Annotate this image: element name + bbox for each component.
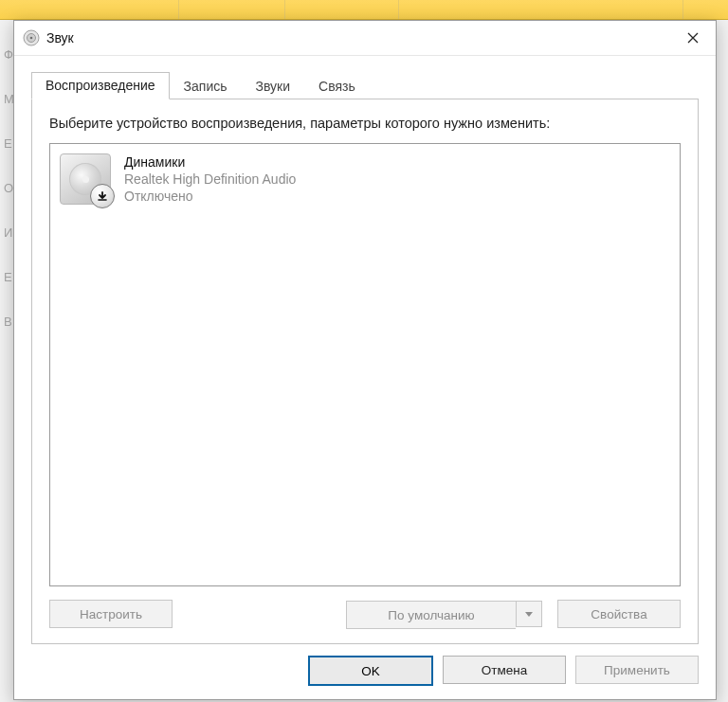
window-title: Звук [46, 30, 74, 45]
tab-sounds[interactable]: Звуки [242, 73, 305, 99]
device-text: Динамики Realtek High Definition Audio О… [124, 153, 296, 206]
device-item[interactable]: Динамики Realtek High Definition Audio О… [60, 150, 670, 211]
instruction-text: Выберите устройство воспроизведения, пар… [49, 115, 681, 134]
ok-button[interactable]: OK [308, 656, 433, 686]
sound-icon [22, 28, 41, 47]
tab-label: Связь [318, 79, 355, 94]
device-driver: Realtek High Definition Audio [124, 171, 296, 188]
set-default-button[interactable]: По умолчанию [346, 601, 516, 629]
tab-label: Запись [184, 79, 228, 94]
tab-label: Воспроизведение [46, 78, 155, 93]
tab-strip: Воспроизведение Запись Звуки Связь [31, 71, 699, 99]
close-button[interactable] [672, 24, 714, 52]
svg-point-2 [30, 37, 33, 40]
configure-button[interactable]: Настроить [49, 600, 173, 628]
tab-panel-playback: Выберите устройство воспроизведения, пар… [31, 99, 699, 644]
properties-button[interactable]: Свойства [557, 600, 681, 628]
tab-playback[interactable]: Воспроизведение [31, 72, 170, 99]
device-name: Динамики [124, 153, 296, 171]
tab-label: Звуки [256, 79, 291, 94]
titlebar[interactable]: Звук [14, 21, 716, 56]
background-ribbon [0, 0, 728, 20]
tab-communications[interactable]: Связь [304, 73, 370, 99]
sound-dialog-window: Звук Воспроизведение Запись Звуки Связь … [13, 20, 717, 700]
speaker-device-icon [60, 153, 111, 205]
cancel-button[interactable]: Отмена [443, 656, 566, 684]
panel-button-row: Настроить По умолчанию Свойства [49, 600, 681, 628]
device-list[interactable]: Динамики Realtek High Definition Audio О… [49, 143, 681, 586]
client-area: Воспроизведение Запись Звуки Связь Выбер… [14, 56, 716, 699]
set-default-dropdown[interactable] [516, 601, 542, 627]
device-status: Отключено [124, 188, 296, 205]
apply-button[interactable]: Применить [575, 656, 699, 684]
set-default-split-button[interactable]: По умолчанию [346, 601, 542, 627]
dialog-button-row: OK Отмена Применить [31, 656, 699, 686]
disabled-overlay-icon [90, 184, 115, 208]
tab-recording[interactable]: Запись [170, 73, 242, 99]
